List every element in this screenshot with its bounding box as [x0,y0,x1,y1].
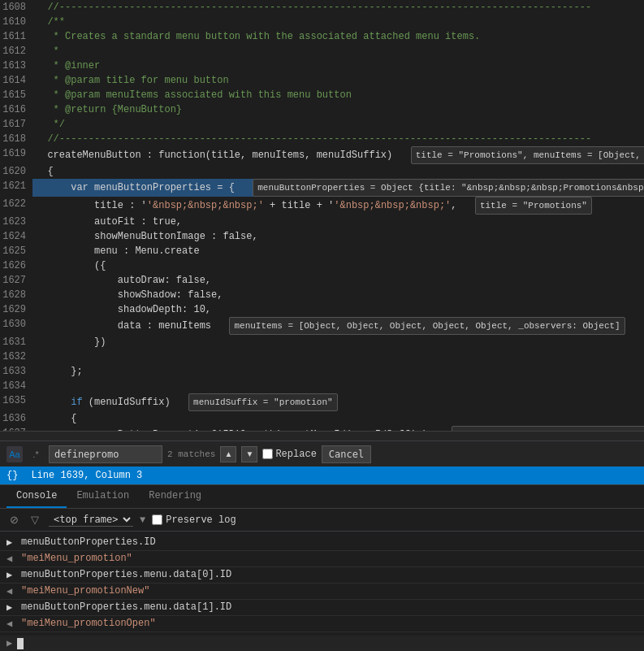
line-number: 1628 [0,288,32,302]
replace-label: Replace [275,449,316,460]
prev-match-button[interactable]: ▲ [220,446,236,462]
console-arrow[interactable]: ▶ [6,536,16,549]
code-line: 1630 data : menuItems menuItems = [Objec… [0,317,644,335]
line-number: 1624 [0,229,32,244]
line-number: 1619 [0,146,32,164]
line-content: //--------------------------------------… [32,132,644,146]
code-line: 1623 autoFit : true, [0,215,644,229]
line-number: 1623 [0,215,32,229]
console-entry: ◀"meiMenu_promotion" [0,551,644,567]
debug-tooltip: menuItems = [Object, Object, Object, Obj… [229,317,625,335]
console-arrow[interactable]: ▶ [6,601,16,614]
code-line: 1628 showShadow: false, [0,288,644,302]
line-number: 1617 [0,117,32,132]
code-line: 1612 * [0,44,644,59]
line-number: 1631 [0,335,32,349]
line-number: 1632 [0,349,32,364]
line-content: ({ [32,258,644,273]
debug-tooltip: menuIdSuffix = "promotion" [188,393,338,411]
line-number: 1637 [0,426,32,431]
replace-checkbox-label: Replace [262,449,316,460]
cursor-position: Line 1639, Column 3 [31,470,142,481]
line-content [32,349,644,364]
line-content: * @param menuItems associated with this … [32,88,644,102]
line-number: 1630 [0,317,32,335]
code-editor: 1608 //---------------------------------… [0,0,644,431]
line-number: 1613 [0,59,32,73]
line-number: 1611 [0,29,32,44]
status-bar: {} Line 1639, Column 3 [0,467,644,484]
frame-selector[interactable]: <top frame> [49,513,133,527]
devtools-tab-emulation[interactable]: Emulation [67,485,139,508]
devtools-tab-console[interactable]: Console [6,485,67,508]
horizontal-scrollbar[interactable] [0,431,644,441]
code-line: 1626 ({ [0,258,644,273]
code-line: 1635 if (menuIdSuffix) menuIdSuffix = "p… [0,393,644,411]
line-content: showShadow: false, [32,288,644,302]
debug-tooltip: title = "Promotions", menuItems = [Objec… [411,146,644,164]
code-line: 1622 title : ''&nbsp;&nbsp;&nbsp;' + tit… [0,197,644,215]
search-bar: Aa .* 2 matches ▲ ▼ Replace Cancel [0,441,644,467]
code-lines: 1608 //---------------------------------… [0,0,644,431]
console-arrow[interactable]: ◀ [6,618,16,630]
line-number: 1626 [0,258,32,273]
code-line: 1627 autoDraw: false, [0,273,644,288]
line-number: 1635 [0,393,32,411]
console-arrow[interactable]: ◀ [6,553,16,565]
code-line: 1621 var menuButtonProperties = { menuBu… [0,179,644,197]
next-match-button[interactable]: ▼ [241,446,257,462]
console-entry-text: menuButtonProperties.menu.data[1].ID [21,601,638,613]
line-number: 1621 [0,179,32,197]
code-line: 1610 /** [0,15,644,29]
code-line: 1619 createMenuButton : function(title, … [0,146,644,164]
search-input[interactable] [49,445,162,463]
braces-icon: {} [6,470,18,481]
replace-checkbox[interactable] [262,449,273,459]
debug-tooltip: menuButtonProperties = Object {title: "&… [452,426,644,431]
console-entry: ▶menuButtonProperties.ID [0,535,644,551]
line-content: autoFit : true, [32,215,644,229]
filter-button[interactable]: ▽ [28,513,42,527]
console-entry: ▶menuButtonProperties.menu.data[0].ID [0,567,644,584]
code-line: 1632 [0,349,644,364]
console-entry: ◀"meiMenu_promotionOpen" [0,616,644,632]
line-content: * @inner [32,59,644,73]
line-number: 1612 [0,44,32,59]
code-line: 1614 * @param title for menu button [0,73,644,88]
console-entry-text: "meiMenu_promotion" [21,553,638,564]
devtools-panel: ConsoleEmulationRendering ⊘ ▽ <top frame… [0,484,644,651]
console-input-row: ▶ [0,636,644,651]
regex-button[interactable]: .* [28,446,44,462]
console-entry-text: "meiMenu_promotionNew" [21,585,638,597]
clear-console-button[interactable]: ⊘ [6,513,21,527]
line-content: title : ''&nbsp;&nbsp;&nbsp;' + title + … [32,197,644,215]
devtools-tab-rendering[interactable]: Rendering [139,485,211,508]
line-number: 1625 [0,244,32,258]
code-line: 1625 menu : Menu.create [0,244,644,258]
code-line: 1617 */ [0,117,644,132]
console-prompt: ▶ [6,637,12,649]
line-content: }; [32,364,644,379]
code-line: 1624 showMenuButtonImage : false, [0,229,644,244]
code-line: 1613 * @inner [0,59,644,73]
line-content: if (menuIdSuffix) menuIdSuffix = "promot… [32,393,644,411]
line-number: 1622 [0,197,32,215]
case-sensitive-button[interactable]: Aa [6,446,23,462]
line-number: 1616 [0,102,32,117]
debug-tooltip: menuButtonProperties = Object {title: "&… [253,179,644,197]
code-line: 1615 * @param menuItems associated with … [0,88,644,102]
code-line: 1616 * @return {MenuButton} [0,102,644,117]
line-number: 1634 [0,379,32,393]
line-content: menu : Menu.create [32,244,644,258]
debug-tooltip: title = "Promotions" [475,197,592,215]
code-line: 1611 * Creates a standard menu button wi… [0,29,644,44]
line-content: }) [32,335,644,349]
console-arrow[interactable]: ◀ [6,585,16,597]
console-arrow[interactable]: ▶ [6,569,16,581]
line-number: 1608 [0,0,32,15]
cancel-button[interactable]: Cancel [322,445,371,463]
line-number: 1610 [0,15,32,29]
line-content: //--------------------------------------… [32,0,644,15]
preserve-log-checkbox[interactable] [152,514,162,525]
code-line: 1636 { [0,411,644,426]
